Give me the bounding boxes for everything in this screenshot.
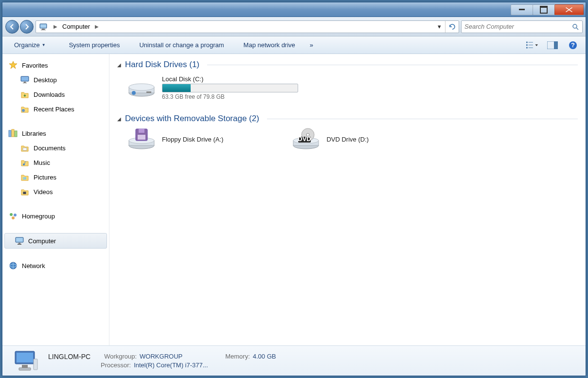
sidebar-libraries[interactable]: Libraries xyxy=(2,126,109,141)
processor-value: Intel(R) Core(TM) i7-377... xyxy=(134,361,208,369)
svg-rect-44 xyxy=(146,91,151,93)
breadcrumb-arrow-icon[interactable]: ▶ xyxy=(51,24,60,29)
collapse-arrow-icon: ◢ xyxy=(117,116,121,122)
svg-rect-22 xyxy=(12,129,14,137)
svg-rect-60 xyxy=(22,365,28,368)
map-network-drive-button[interactable]: Map network drive xyxy=(239,39,300,51)
search-box[interactable] xyxy=(461,20,583,33)
processor-label: Processor: xyxy=(101,361,131,369)
sidebar-network[interactable]: Network xyxy=(2,258,109,273)
svg-rect-49 xyxy=(139,129,144,133)
group-header-removable[interactable]: ◢ Devices with Removable Storage (2) xyxy=(117,114,578,124)
divider xyxy=(267,119,578,119)
svg-rect-17 xyxy=(21,77,28,81)
minimize-button[interactable] xyxy=(511,4,533,15)
svg-point-25 xyxy=(23,163,25,165)
sidebar-desktop[interactable]: Desktop xyxy=(2,72,109,87)
sidebar-label: Recent Places xyxy=(34,106,74,113)
workgroup-label: Workgroup: xyxy=(104,353,137,360)
sidebar-documents[interactable]: Documents xyxy=(2,141,109,155)
content-area: ◢ Hard Disk Drives (1) Local Disk (C:) 6… xyxy=(109,54,586,345)
svg-rect-7 xyxy=(526,44,528,46)
refresh-button[interactable] xyxy=(445,21,459,33)
sidebar-homegroup[interactable]: Homegroup xyxy=(2,209,109,223)
drive-name: Local Disk (C:) xyxy=(162,75,298,83)
preview-pane-icon xyxy=(547,41,558,49)
svg-point-27 xyxy=(23,178,24,179)
sidebar-label: Homegroup xyxy=(22,213,55,220)
organize-button[interactable]: Organize▼ xyxy=(9,39,51,51)
sidebar-videos[interactable]: Videos xyxy=(2,184,109,199)
breadcrumb-arrow-icon[interactable]: ▶ xyxy=(92,24,102,29)
sidebar-recent-places[interactable]: Recent Places xyxy=(2,102,109,116)
address-dropdown-button[interactable]: ▾ xyxy=(434,23,445,30)
homegroup-icon xyxy=(8,211,18,221)
svg-rect-50 xyxy=(138,135,145,140)
sidebar-label: Network xyxy=(22,262,45,270)
drive-dvd-d[interactable]: DVD DVD Drive (D:) xyxy=(291,129,369,149)
sidebar-downloads[interactable]: Downloads xyxy=(2,87,109,102)
back-button[interactable] xyxy=(5,20,19,34)
group-header-hdd[interactable]: ◢ Hard Disk Drives (1) xyxy=(117,60,578,70)
help-button[interactable]: ? xyxy=(567,40,579,50)
drive-floppy-a[interactable]: Floppy Disk Drive (A:) xyxy=(127,129,223,149)
close-button[interactable] xyxy=(554,4,584,15)
explorer-window: ▶ Computer ▶ ▾ Organize▼ System properti… xyxy=(2,2,586,376)
search-input[interactable] xyxy=(464,23,571,30)
forward-button[interactable] xyxy=(20,20,34,34)
sidebar-label: Pictures xyxy=(34,174,56,181)
music-icon xyxy=(20,158,30,167)
libraries-icon xyxy=(8,128,18,138)
svg-point-43 xyxy=(132,91,136,95)
downloads-icon xyxy=(20,90,30,99)
address-bar[interactable]: ▶ Computer ▶ ▾ xyxy=(36,20,459,33)
svg-rect-26 xyxy=(23,177,26,180)
videos-icon xyxy=(20,187,30,197)
storage-bar xyxy=(162,84,298,92)
preview-pane-button[interactable] xyxy=(547,40,558,50)
svg-point-31 xyxy=(10,213,13,216)
drive-local-disk-c[interactable]: Local Disk (C:) 63.3 GB free of 79.8 GB xyxy=(127,75,298,100)
desktop-icon xyxy=(20,75,30,85)
drive-free-text: 63.3 GB free of 79.8 GB xyxy=(162,93,298,100)
sidebar-music[interactable]: Music xyxy=(2,155,109,170)
sidebar-label: Desktop xyxy=(34,76,57,84)
sidebar-pictures[interactable]: Pictures xyxy=(2,170,109,184)
uninstall-program-button[interactable]: Uninstall or change a program xyxy=(134,39,229,51)
statusbar: LINGLOM-PC Workgroup: WORKGROUP Memory: … xyxy=(2,345,586,376)
svg-rect-2 xyxy=(42,29,45,30)
drive-name: Floppy Disk Drive (A:) xyxy=(162,136,223,143)
svg-rect-36 xyxy=(18,243,20,244)
computer-large-icon xyxy=(12,349,39,373)
status-details: LINGLOM-PC Workgroup: WORKGROUP Memory: … xyxy=(48,353,276,369)
svg-rect-11 xyxy=(529,47,533,48)
sidebar-label: Computer xyxy=(28,237,56,245)
divider xyxy=(207,65,578,65)
svg-rect-19 xyxy=(23,83,27,83)
dvd-drive-icon: DVD xyxy=(291,129,321,149)
body: Favorites Desktop Downloads xyxy=(2,54,586,345)
network-icon xyxy=(8,261,18,270)
sidebar-label: Videos xyxy=(34,188,53,196)
breadcrumb-computer[interactable]: Computer xyxy=(60,21,92,33)
workgroup-value: WORKGROUP xyxy=(140,353,182,360)
view-icon xyxy=(526,41,538,50)
svg-text:?: ? xyxy=(571,41,575,49)
svg-rect-18 xyxy=(24,82,26,83)
sidebar-favorites[interactable]: Favorites xyxy=(2,58,109,72)
refresh-icon xyxy=(448,23,457,31)
svg-rect-62 xyxy=(34,359,37,370)
svg-rect-21 xyxy=(9,130,11,137)
view-button[interactable] xyxy=(526,40,538,50)
system-properties-button[interactable]: System properties xyxy=(64,39,125,51)
svg-rect-10 xyxy=(529,45,533,45)
svg-rect-37 xyxy=(18,244,21,245)
maximize-button[interactable] xyxy=(533,4,555,15)
sidebar-label: Favorites xyxy=(22,62,48,69)
toolbar-overflow-button[interactable]: » xyxy=(305,39,318,51)
sidebar-computer[interactable]: Computer xyxy=(4,233,107,249)
svg-rect-24 xyxy=(23,148,27,150)
sidebar-label: Music xyxy=(34,159,50,166)
toolbar: Organize▼ System properties Uninstall or… xyxy=(2,36,586,54)
svg-rect-3 xyxy=(41,30,46,30)
